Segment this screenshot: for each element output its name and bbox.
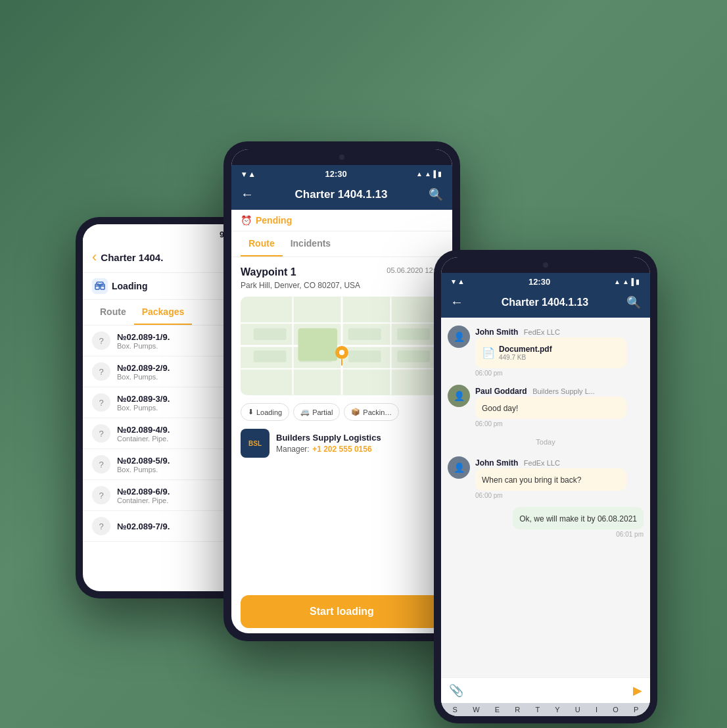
message-time-2: 06:00 pm <box>475 420 644 427</box>
svg-point-21 <box>339 350 344 355</box>
package-list: ? №02.089-1/9. Box. Pumps. ? №02.089-2/9… <box>83 326 246 542</box>
key-i[interactable]: I <box>596 706 598 714</box>
pending-status: ⏰ Pending <box>231 210 452 231</box>
list-item[interactable]: ? №02.089-4/9. Container. Pipe. <box>83 418 246 449</box>
file-details: Document.pdf 449.7 KB <box>499 345 552 361</box>
left-time: 9:41 <box>92 230 237 239</box>
camera-dot <box>339 155 344 160</box>
center-tabs: Route Incidents <box>231 231 452 257</box>
partial-btn-icon: 🚐 <box>300 408 310 416</box>
right-camera-dot <box>543 262 548 268</box>
send-icon[interactable]: ▶ <box>633 683 642 698</box>
loading-label: Loading <box>112 281 147 291</box>
back-icon[interactable]: ‹ <box>92 249 97 266</box>
list-item[interactable]: ? №02.089-2/9. Box. Pumps. <box>83 356 246 387</box>
center-status-icons: ▲ ▲▐ ▮ <box>416 170 442 178</box>
package-info-0: №02.089-1/9. Box. Pumps. <box>117 332 170 350</box>
clock-icon: ⏰ <box>241 215 252 226</box>
loading-icon <box>92 278 108 294</box>
right-status-icons: ▲ ▲▐ ▮ <box>614 278 640 285</box>
key-w[interactable]: W <box>473 706 479 714</box>
right-status-left: ▾ ▲ <box>452 278 465 286</box>
packing-btn[interactable]: 📦 Packin… <box>344 403 399 421</box>
packing-btn-icon: 📦 <box>351 408 360 416</box>
tab-incidents[interactable]: Incidents <box>283 231 339 256</box>
keyboard-row: S W E R T Y U I O P <box>441 703 650 716</box>
package-info-5: №02.089-6/9. Container. Pipe. <box>117 487 170 504</box>
left-status-bar: 9:41 <box>83 224 246 242</box>
list-item[interactable]: ? №02.089-1/9. Box. Pumps. <box>83 326 246 356</box>
right-status-bar: ▾ ▲ 12:30 ▲ ▲▐ ▮ <box>441 273 650 289</box>
package-icon-1: ? <box>92 362 110 381</box>
waypoint-address: Park Hill, Denver, CO 80207, USA <box>241 281 443 290</box>
svg-rect-18 <box>397 351 430 362</box>
list-item[interactable]: ? №02.089-5/9. Box. Pumps. <box>83 449 246 480</box>
sender-name-2: Paul Goddard <box>475 387 527 396</box>
list-item[interactable]: ? №02.089-7/9. <box>83 511 246 542</box>
key-s[interactable]: S <box>453 706 457 714</box>
start-loading-button[interactable]: Start loading <box>241 595 443 628</box>
svg-rect-17 <box>397 328 430 340</box>
right-battery-icon: ▮ <box>636 278 640 285</box>
chat-input-bar: 📎 ▶ <box>441 677 650 703</box>
self-message-time: 06:01 pm <box>616 531 644 538</box>
company-phone: +1 202 555 0156 <box>312 445 371 454</box>
chat-message-1: 👤 John Smith FedEx LLC 📄 Document.pdf <box>448 326 644 377</box>
package-icon-0: ? <box>92 331 110 350</box>
svg-rect-12 <box>254 351 287 362</box>
tab-route-left[interactable]: Route <box>92 300 134 325</box>
avatar-john-2: 👤 <box>448 456 470 479</box>
map-container[interactable] <box>241 297 443 395</box>
package-info-6: №02.089-7/9. <box>117 522 170 531</box>
key-p[interactable]: P <box>634 706 638 714</box>
partial-btn[interactable]: 🚐 Partial <box>293 403 340 421</box>
key-o[interactable]: O <box>613 706 619 714</box>
svg-rect-15 <box>348 328 381 340</box>
sender-row-2: Paul Goddard Builders Supply L... <box>475 385 644 397</box>
center-camera-bar <box>231 149 452 165</box>
chat-message-2: 👤 Paul Goddard Builders Supply L... Good… <box>448 385 644 427</box>
center-back-icon[interactable]: ← <box>241 187 254 202</box>
key-y[interactable]: Y <box>555 706 559 714</box>
loading-btn[interactable]: ⬇ Loading <box>241 403 289 421</box>
file-message-1: 📄 Document.pdf 449.7 KB <box>475 337 626 368</box>
center-status-bar: ▾ ▲ 12:30 ▲ ▲▐ ▮ <box>231 165 452 182</box>
avatar-john-1: 👤 <box>448 326 470 348</box>
attachment-icon[interactable]: 📎 <box>449 683 463 698</box>
right-time: 12:30 <box>528 277 550 287</box>
right-camera-bar <box>441 257 650 273</box>
text-message-2: Good day! <box>475 397 626 419</box>
phone-right: ▾ ▲ 12:30 ▲ ▲▐ ▮ ← Charter 1404.1.13 🔍 👤 <box>434 250 657 723</box>
key-t[interactable]: T <box>535 706 540 714</box>
right-search-icon[interactable]: 🔍 <box>626 295 641 310</box>
key-e[interactable]: E <box>495 706 500 714</box>
svg-rect-16 <box>348 351 381 362</box>
center-search-icon[interactable]: 🔍 <box>429 187 443 202</box>
company-name: Builders Supply Logistics <box>276 433 381 443</box>
svg-rect-3 <box>97 282 103 285</box>
file-size: 449.7 KB <box>499 354 552 361</box>
self-message: Ok, we will make it by 06.08.2021 <box>513 507 644 529</box>
list-item[interactable]: ? №02.089-3/9. Box. Pumps. <box>83 387 246 418</box>
right-wifi-icon: ▲ <box>614 278 621 285</box>
key-r[interactable]: R <box>515 706 520 714</box>
waypoint-title: Waypoint 1 <box>241 266 296 278</box>
company-phone-row: Manager: +1 202 555 0156 <box>276 443 381 454</box>
file-name: Document.pdf <box>499 345 552 354</box>
tab-route-center[interactable]: Route <box>241 231 283 256</box>
right-back-icon[interactable]: ← <box>450 295 463 310</box>
chat-container: 👤 John Smith FedEx LLC 📄 Document.pdf <box>441 318 650 677</box>
list-item[interactable]: ? №02.089-6/9. Container. Pipe. <box>83 480 246 511</box>
key-u[interactable]: U <box>575 706 580 714</box>
tab-packages-left[interactable]: Packages <box>134 300 193 325</box>
package-info-4: №02.089-5/9. Box. Pumps. <box>117 456 170 473</box>
signal-icon: ▲▐ <box>425 170 436 178</box>
avatar-paul: 👤 <box>448 385 470 407</box>
right-app-header: ← Charter 1404.1.13 🔍 <box>441 289 650 318</box>
phone-right-screen: ▾ ▲ 12:30 ▲ ▲▐ ▮ ← Charter 1404.1.13 🔍 👤 <box>441 257 650 716</box>
message-row-3: 👤 John Smith FedEx LLC When can you brin… <box>448 456 644 499</box>
center-app-header: ← Charter 1404.1.13 🔍 <box>231 182 452 210</box>
message-time-3: 06:00 pm <box>475 492 644 499</box>
center-time-display: 12:30 <box>325 169 347 179</box>
loading-btn-label: Loading <box>256 408 282 416</box>
